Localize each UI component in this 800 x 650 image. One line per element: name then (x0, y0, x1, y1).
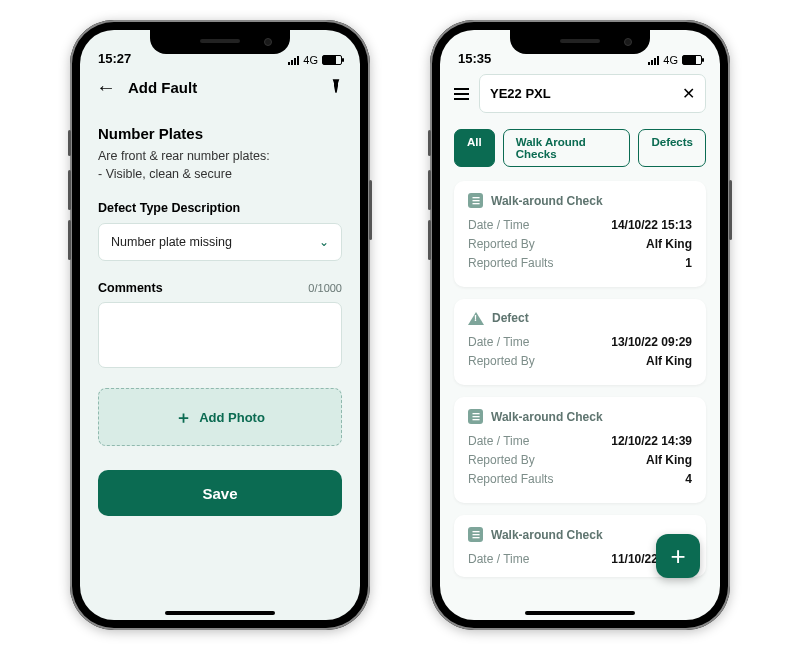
list-item[interactable]: ☰ Walk-around Check Date / Time14/10/22 … (454, 181, 706, 287)
back-button[interactable]: ← (96, 76, 116, 99)
plus-icon: + (670, 541, 685, 572)
plus-icon: ＋ (175, 406, 192, 429)
comments-label: Comments (98, 281, 163, 295)
chip-defects[interactable]: Defects (638, 129, 706, 167)
search-input[interactable]: YE22 PXL ✕ (479, 74, 706, 113)
comments-input[interactable] (98, 302, 342, 368)
row-val: Alf King (646, 453, 692, 467)
save-label: Save (202, 485, 237, 502)
status-time: 15:35 (458, 51, 491, 66)
section-title: Number Plates (98, 125, 342, 142)
list-item[interactable]: ☰ Walk-around Check Date / Time12/10/22 … (454, 397, 706, 503)
row-key: Reported By (468, 354, 535, 368)
row-val: 12/10/22 14:39 (611, 434, 692, 448)
row-val: 14/10/22 15:13 (611, 218, 692, 232)
search-value: YE22 PXL (490, 86, 551, 101)
row-val: Alf King (646, 354, 692, 368)
battery-icon (322, 55, 342, 65)
signal-icon (648, 56, 659, 65)
phone-right: 15:35 4G YE22 PXL ✕ All Walk Around Chec… (430, 20, 730, 630)
filter-chips: All Walk Around Checks Defects (440, 119, 720, 177)
card-type: Walk-around Check (491, 528, 603, 542)
row-key: Reported By (468, 453, 535, 467)
comments-counter: 0/1000 (308, 282, 342, 294)
question-line-2: - Visible, clean & secure (98, 166, 342, 184)
row-key: Date / Time (468, 218, 529, 232)
save-button[interactable]: Save (98, 470, 342, 516)
row-key: Reported Faults (468, 472, 553, 486)
row-val: 13/10/22 09:29 (611, 335, 692, 349)
flashlight-icon[interactable] (328, 78, 344, 97)
home-indicator[interactable] (525, 611, 635, 615)
chip-all[interactable]: All (454, 129, 495, 167)
chip-walk-around[interactable]: Walk Around Checks (503, 129, 631, 167)
add-photo-label: Add Photo (199, 410, 265, 425)
list-item[interactable]: Defect Date / Time13/10/22 09:29 Reporte… (454, 299, 706, 385)
card-type: Defect (492, 311, 529, 325)
status-network: 4G (303, 54, 318, 66)
check-icon: ☰ (468, 193, 483, 208)
phone-left: 15:27 4G ← Add Fault Number Plates Are f… (70, 20, 370, 630)
check-icon: ☰ (468, 527, 483, 542)
card-type: Walk-around Check (491, 194, 603, 208)
row-val: 1 (685, 256, 692, 270)
question-line-1: Are front & rear number plates: (98, 148, 342, 166)
check-icon: ☰ (468, 409, 483, 424)
signal-icon (288, 56, 299, 65)
records-list[interactable]: ☰ Walk-around Check Date / Time14/10/22 … (440, 177, 720, 577)
close-icon[interactable]: ✕ (682, 84, 695, 103)
row-val: 4 (685, 472, 692, 486)
row-key: Date / Time (468, 335, 529, 349)
status-time: 15:27 (98, 51, 131, 66)
row-val: Alf King (646, 237, 692, 251)
row-key: Reported By (468, 237, 535, 251)
page-title: Add Fault (128, 79, 316, 96)
row-key: Date / Time (468, 552, 529, 566)
warning-icon (468, 312, 484, 325)
menu-button[interactable] (454, 88, 469, 100)
battery-icon (682, 55, 702, 65)
add-button[interactable]: + (656, 534, 700, 578)
chevron-down-icon: ⌄ (319, 235, 329, 249)
defect-type-value: Number plate missing (111, 235, 232, 249)
defect-type-select[interactable]: Number plate missing ⌄ (98, 223, 342, 261)
row-key: Date / Time (468, 434, 529, 448)
row-key: Reported Faults (468, 256, 553, 270)
card-type: Walk-around Check (491, 410, 603, 424)
home-indicator[interactable] (165, 611, 275, 615)
status-network: 4G (663, 54, 678, 66)
question-text: Are front & rear number plates: - Visibl… (98, 148, 342, 183)
add-photo-button[interactable]: ＋ Add Photo (98, 388, 342, 446)
defect-type-label: Defect Type Description (98, 201, 342, 215)
